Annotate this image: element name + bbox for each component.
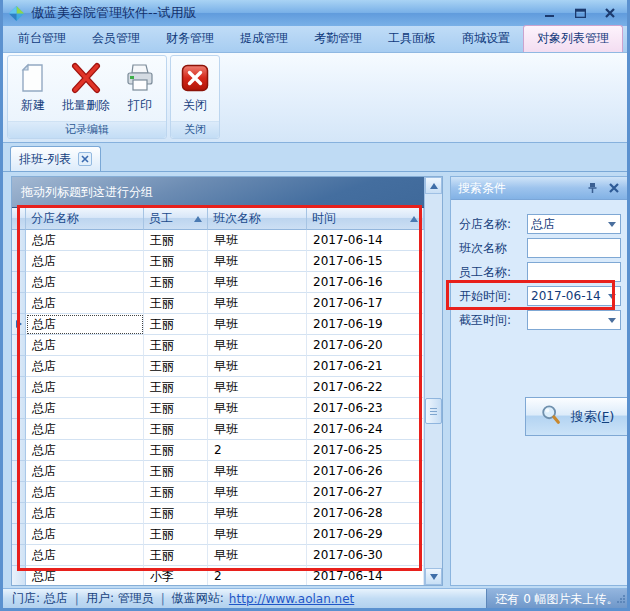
tab-schedule-list[interactable]: 排班-列表 [10,146,101,171]
table-row[interactable]: 总店王丽早班2017-06-20 [12,335,424,356]
table-row[interactable]: 总店王丽早班2017-06-14 [12,230,424,251]
table-cell[interactable]: 总店 [26,566,144,585]
table-cell[interactable]: 总店 [26,545,144,566]
table-cell[interactable]: 2 [208,566,307,585]
table-cell[interactable]: 总店 [26,314,144,335]
table-row[interactable]: 总店王丽早班2017-06-28 [12,503,424,524]
table-cell[interactable]: 2017-06-26 [307,461,424,482]
status-site-link[interactable]: http://www.aolan.net [229,592,354,606]
table-cell[interactable]: 总店 [26,461,144,482]
table-cell[interactable]: 王丽 [144,356,208,377]
table-cell[interactable]: 总店 [26,419,144,440]
table-row[interactable]: 总店王丽早班2017-06-21 [12,356,424,377]
table-row[interactable]: 总店王丽早班2017-06-27 [12,482,424,503]
ribbon-button-printer[interactable]: 打印 [118,58,162,121]
table-cell[interactable]: 早班 [208,251,307,272]
table-cell[interactable]: 王丽 [144,230,208,251]
dropdown-field[interactable] [527,310,621,330]
search-button[interactable]: 搜索(F) [525,397,629,436]
table-cell[interactable]: 2017-06-16 [307,272,424,293]
table-cell[interactable]: 2017-06-29 [307,524,424,545]
table-cell[interactable]: 早班 [208,524,307,545]
table-cell[interactable]: 总店 [26,356,144,377]
table-cell[interactable]: 王丽 [144,377,208,398]
table-cell[interactable]: 2017-06-21 [307,356,424,377]
table-cell[interactable]: 王丽 [144,503,208,524]
table-cell[interactable]: 总店 [26,335,144,356]
menu-tab[interactable]: 前台管理 [5,26,79,52]
maximize-button[interactable] [572,6,588,20]
column-header[interactable]: 分店名称 [26,208,144,230]
column-header[interactable]: 员工 [144,208,208,230]
table-cell[interactable]: 王丽 [144,314,208,335]
table-cell[interactable]: 总店 [26,503,144,524]
panel-close-icon[interactable] [606,181,622,195]
table-row[interactable]: 总店王丽早班2017-06-15 [12,251,424,272]
table-cell[interactable]: 2017-06-22 [307,377,424,398]
scroll-up-icon[interactable] [425,177,442,194]
table-row[interactable]: 总店王丽早班2017-06-29 [12,524,424,545]
table-cell[interactable]: 2017-06-27 [307,482,424,503]
table-cell[interactable]: 早班 [208,398,307,419]
table-cell[interactable]: 总店 [26,272,144,293]
table-row[interactable]: 总店王丽早班2017-06-17 [12,293,424,314]
table-row[interactable]: 总店王丽早班2017-06-19 [12,314,424,335]
dropdown-field[interactable]: 总店 [527,214,621,234]
table-cell[interactable]: 王丽 [144,335,208,356]
table-cell[interactable]: 总店 [26,524,144,545]
table-cell[interactable]: 早班 [208,377,307,398]
table-row[interactable]: 总店王丽早班2017-06-16 [12,272,424,293]
table-cell[interactable]: 2017-06-23 [307,398,424,419]
table-cell[interactable]: 2 [208,440,307,461]
ribbon-button-close-red[interactable]: 关闭 [175,58,215,121]
column-header[interactable]: 时间 [307,208,424,230]
table-row[interactable]: 总店王丽早班2017-06-26 [12,461,424,482]
table-cell[interactable]: 早班 [208,356,307,377]
table-cell[interactable]: 2017-06-28 [307,503,424,524]
table-cell[interactable]: 王丽 [144,272,208,293]
table-cell[interactable]: 早班 [208,419,307,440]
table-row[interactable]: 总店王丽早班2017-06-24 [12,419,424,440]
ribbon-button-new-page[interactable]: 新建 [12,58,54,121]
table-cell[interactable]: 2017-06-17 [307,293,424,314]
table-row[interactable]: 总店王丽早班2017-06-22 [12,377,424,398]
table-row[interactable]: 总店王丽早班2017-06-23 [12,398,424,419]
table-cell[interactable]: 总店 [26,398,144,419]
table-cell[interactable]: 早班 [208,230,307,251]
column-header[interactable]: 班次名称 [208,208,307,230]
table-cell[interactable]: 早班 [208,335,307,356]
table-cell[interactable]: 早班 [208,461,307,482]
menu-tab[interactable]: 财务管理 [153,26,227,52]
grid-vertical-scrollbar[interactable] [424,177,442,585]
table-cell[interactable]: 王丽 [144,398,208,419]
pin-icon[interactable] [584,181,600,195]
minimize-button[interactable] [542,6,558,20]
table-cell[interactable]: 小李 [144,566,208,585]
table-cell[interactable]: 总店 [26,230,144,251]
table-cell[interactable]: 2017-06-24 [307,419,424,440]
table-cell[interactable]: 早班 [208,272,307,293]
table-row[interactable]: 总店王丽22017-06-25 [12,440,424,461]
table-cell[interactable]: 早班 [208,293,307,314]
table-cell[interactable]: 2017-06-14 [307,566,424,585]
close-button[interactable] [602,6,618,20]
table-cell[interactable]: 2017-06-14 [307,230,424,251]
resize-grip[interactable] [617,593,626,607]
menu-tab[interactable]: 提成管理 [227,26,301,52]
text-input-field[interactable] [527,238,621,258]
table-cell[interactable]: 总店 [26,251,144,272]
dropdown-field[interactable]: 2017-06-14 [527,286,621,306]
table-cell[interactable]: 2017-06-20 [307,335,424,356]
table-row[interactable]: 总店小李22017-06-14 [12,566,424,585]
table-cell[interactable]: 2017-06-19 [307,314,424,335]
menu-tab[interactable]: 会员管理 [79,26,153,52]
text-input-field[interactable] [527,262,621,282]
menu-tab[interactable]: 考勤管理 [301,26,375,52]
table-cell[interactable]: 2017-06-15 [307,251,424,272]
scrollbar-thumb[interactable] [425,398,442,424]
table-cell[interactable]: 王丽 [144,524,208,545]
table-cell[interactable]: 总店 [26,482,144,503]
table-cell[interactable]: 王丽 [144,482,208,503]
table-cell[interactable]: 总店 [26,377,144,398]
menu-tab[interactable]: 对象列表管理 [523,25,623,52]
